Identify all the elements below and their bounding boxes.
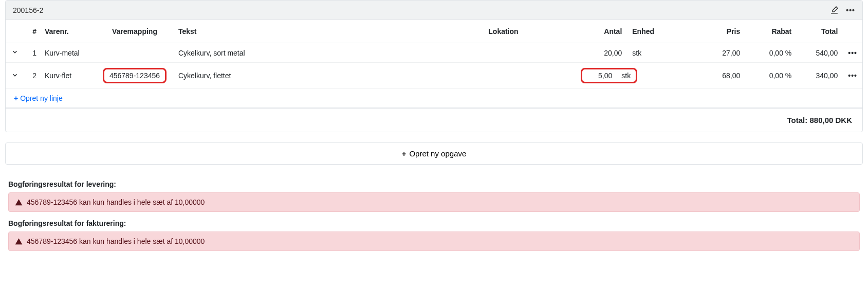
create-task-button[interactable]: + Opret ny opgave — [5, 142, 863, 165]
cell-mapping — [96, 43, 173, 63]
col-total: Total — [797, 20, 843, 43]
invoice-error-alert: 456789-123456 kan kun handles i hele sæt… — [8, 231, 860, 251]
plus-icon: + — [402, 149, 407, 158]
cell-tekst: Cykelkurv, sort metal — [173, 43, 483, 63]
warning-icon — [15, 199, 23, 206]
qty-highlight: 5,00stk — [581, 68, 637, 83]
warning-icon — [15, 238, 23, 245]
cell-idx: 1 — [24, 43, 40, 63]
lines-table: # Varenr. Varemapping Tekst Lokation Ant… — [6, 20, 862, 109]
add-line-label: Opret ny linje — [20, 94, 62, 102]
col-tekst: Tekst — [173, 20, 483, 43]
cell-idx: 2 — [24, 63, 40, 89]
mapping-highlight: 456789-123456 — [103, 68, 167, 83]
delivery-error-text: 456789-123456 kan kun handles i hele sæt… — [27, 198, 205, 206]
plus-icon: + — [14, 94, 18, 102]
cell-varenr: Kurv-flet — [40, 63, 96, 89]
cell-pris: 68,00 — [663, 63, 745, 89]
cell-lokation — [483, 63, 576, 89]
cell-enhed: stk — [627, 43, 663, 63]
expand-icon[interactable] — [11, 72, 19, 79]
add-line-button[interactable]: + Opret ny linje — [14, 94, 63, 102]
panel-title: 200156-2 — [13, 6, 43, 14]
panel-actions: ••• — [830, 6, 855, 14]
posting-results: Bogføringsresultat for levering: 456789-… — [5, 180, 863, 269]
total-bar: Total: 880,00 DKK — [6, 109, 862, 132]
expand-icon[interactable] — [11, 48, 19, 56]
create-task-label: Opret ny opgave — [409, 149, 466, 158]
edit-icon[interactable] — [830, 6, 839, 14]
more-icon[interactable]: ••• — [846, 6, 855, 14]
cell-lokation — [483, 43, 576, 63]
cell-rabat: 0,00 % — [745, 43, 797, 63]
cell-rabat: 0,00 % — [745, 63, 797, 89]
table-row: 2Kurv-flet456789-123456Cykelkurv, flette… — [6, 63, 862, 89]
cell-total: 340,00 — [797, 63, 843, 89]
panel-header: 200156-2 ••• — [6, 1, 862, 20]
invoice-result-heading: Bogføringsresultat for fakturering: — [8, 219, 860, 227]
col-rabat: Rabat — [745, 20, 797, 43]
delivery-result-heading: Bogføringsresultat for levering: — [8, 180, 860, 188]
cell-antal: 20,00 — [576, 43, 627, 63]
cell-varenr: Kurv-metal — [40, 43, 96, 63]
cell-mapping: 456789-123456 — [96, 63, 173, 89]
table-row: 1Kurv-metalCykelkurv, sort metal20,00stk… — [6, 43, 862, 63]
row-more-icon[interactable]: ••• — [848, 49, 857, 57]
col-pris: Pris — [663, 20, 745, 43]
cell-pris: 27,00 — [663, 43, 745, 63]
col-antal: Antal — [576, 20, 627, 43]
row-more-icon[interactable]: ••• — [848, 72, 857, 80]
col-idx: # — [24, 20, 40, 43]
cell-tekst: Cykelkurv, flettet — [173, 63, 483, 89]
col-enhed: Enhed — [627, 20, 663, 43]
col-lokation: Lokation — [483, 20, 576, 43]
invoice-error-text: 456789-123456 kan kun handles i hele sæt… — [27, 237, 205, 245]
cell-total: 540,00 — [797, 43, 843, 63]
order-panel: 200156-2 ••• # Varenr. Varemapping Tekst… — [5, 0, 863, 132]
col-mapping: Varemapping — [96, 20, 173, 43]
delivery-error-alert: 456789-123456 kan kun handles i hele sæt… — [8, 192, 860, 212]
col-varenr: Varenr. — [40, 20, 96, 43]
